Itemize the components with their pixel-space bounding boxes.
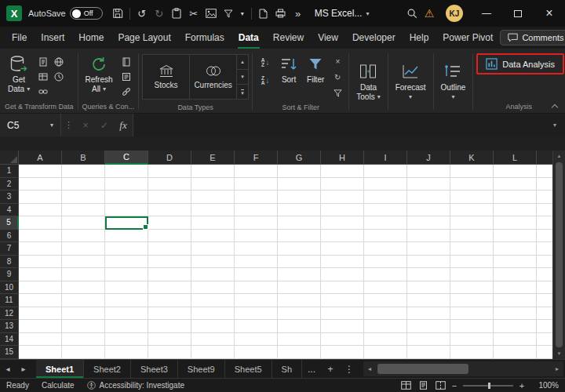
cell-D14[interactable] [148,333,191,347]
cell-G5[interactable] [278,216,321,230]
comments-button[interactable]: Comments [500,30,565,45]
data-analysis-button[interactable]: Data Analysis [479,56,561,72]
cell-G12[interactable] [278,307,321,321]
cell-F10[interactable] [235,281,278,295]
cell-I4[interactable] [364,204,407,217]
horizontal-scrollbar[interactable]: ◂ ▸ [363,361,563,376]
cell-J7[interactable] [407,242,450,256]
search-button[interactable] [403,3,421,24]
row-header-13[interactable]: 13 [0,320,19,333]
row-header-5[interactable]: 5 [0,216,19,230]
cut-button[interactable]: ✂ [185,3,202,24]
menu-item-page-layout[interactable]: Page Layout [111,27,177,49]
cell-D2[interactable] [148,178,191,191]
sheet-overflow-button[interactable]: ... [302,360,321,378]
cell-M13[interactable] [537,320,552,333]
cell-G8[interactable] [278,256,321,269]
excel-logo[interactable]: X [6,5,22,21]
cell-M2[interactable] [537,178,552,191]
cell-B13[interactable] [62,320,105,333]
cell-M8[interactable] [537,256,552,269]
cell-D15[interactable] [148,346,191,359]
row-header-11[interactable]: 11 [0,294,19,307]
menu-item-developer[interactable]: Developer [345,27,403,49]
cell-I12[interactable] [364,307,407,321]
cell-K14[interactable] [450,333,494,347]
cell-I8[interactable] [364,256,407,269]
cell-G10[interactable] [278,281,321,295]
horizontal-scrollbar-thumb[interactable] [377,364,468,374]
paste-button[interactable] [168,3,185,24]
new-sheet-button[interactable]: + [321,360,340,378]
normal-view-button[interactable] [397,379,414,392]
cell-H9[interactable] [321,268,364,281]
row-header-7[interactable]: 7 [0,242,19,256]
row-header-15[interactable]: 15 [0,346,19,359]
sheet-tab-sheet5[interactable]: Sheet5 [225,360,272,378]
cell-H8[interactable] [321,256,364,269]
sheet-tab-sheet3[interactable]: Sheet3 [131,360,178,378]
cell-J13[interactable] [407,320,450,333]
cell-L1[interactable] [494,165,537,178]
cell-M15[interactable] [537,346,552,359]
cell-B2[interactable] [62,178,105,191]
cell-F15[interactable] [235,346,278,359]
column-header-f[interactable]: F [235,151,278,165]
cell-I10[interactable] [364,281,407,295]
cell-C3[interactable] [105,191,148,204]
filter-button[interactable]: Filter [303,52,328,87]
stocks-button[interactable]: Stocks [143,55,190,99]
cell-F7[interactable] [235,242,278,256]
column-header-h[interactable]: H [321,151,364,165]
cell-I15[interactable] [364,346,407,359]
column-header-g[interactable]: G [278,151,321,165]
cell-B6[interactable] [62,230,105,243]
cell-M5[interactable] [537,216,552,230]
cell-H13[interactable] [321,320,364,333]
cell-K6[interactable] [450,230,494,243]
menu-item-formulas[interactable]: Formulas [178,27,231,49]
qat-dropdown-button[interactable]: ▾ [237,3,248,24]
queries-connections-button[interactable] [118,54,134,69]
cell-J4[interactable] [407,204,450,217]
page-break-view-button[interactable] [432,379,449,392]
sort-descending-button[interactable]: ZA ↓ [256,72,275,89]
cell-L11[interactable] [494,294,537,307]
cell-G7[interactable] [278,242,321,256]
cell-L9[interactable] [494,268,537,281]
cell-G9[interactable] [278,268,321,281]
cell-J14[interactable] [407,333,450,347]
cell-B3[interactable] [62,191,105,204]
from-text-csv-button[interactable] [35,54,51,69]
cell-D5[interactable] [148,216,191,230]
cell-C14[interactable] [105,333,148,347]
cell-D1[interactable] [148,165,191,178]
cell-G13[interactable] [278,320,321,333]
scroll-down-icon[interactable]: ▾ [558,349,561,358]
warning-button[interactable]: ⚠ [421,3,438,24]
cell-D4[interactable] [148,204,191,217]
cell-A9[interactable] [19,268,62,281]
cell-M1[interactable] [537,165,552,178]
cell-I13[interactable] [364,320,407,333]
cell-A15[interactable] [19,346,62,359]
cell-C1[interactable] [105,165,148,178]
sheet-nav-left-button[interactable]: ◂ [0,360,16,378]
sheet-tab-sheet2[interactable]: Sheet2 [84,360,131,378]
cell-B9[interactable] [62,268,105,281]
avatar[interactable]: KJ [446,5,463,22]
save-button[interactable] [109,3,126,24]
menu-item-power-pivot[interactable]: Power Pivot [436,27,500,49]
column-header-l[interactable]: L [494,151,537,165]
vertical-scrollbar[interactable]: ▴ ▾ [552,151,565,359]
cell-L12[interactable] [494,307,537,321]
cell-G14[interactable] [278,333,321,347]
cell-M9[interactable] [537,268,552,281]
cell-C8[interactable] [105,256,148,269]
row-header-2[interactable]: 2 [0,178,19,191]
cell-E3[interactable] [191,191,235,204]
cell-J1[interactable] [407,165,450,178]
cell-B15[interactable] [62,346,105,359]
cell-E8[interactable] [191,256,235,269]
outline-button[interactable]: Outline ▾ [437,60,470,104]
